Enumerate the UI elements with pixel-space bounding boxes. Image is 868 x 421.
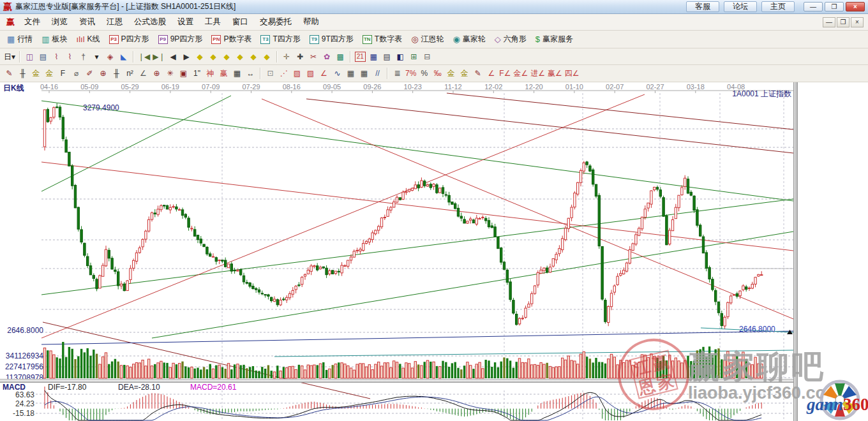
- toolbar-button-p-number-table[interactable]: PNP数字表: [207, 33, 256, 46]
- draw-trend-angle-icon[interactable]: ∠: [317, 67, 331, 80]
- menu-item-4[interactable]: 公式选股: [128, 14, 172, 30]
- right-splitter[interactable]: [793, 82, 798, 421]
- draw-measure-icon[interactable]: ↔: [244, 67, 257, 80]
- menu-item-8[interactable]: 交易委托: [254, 14, 297, 30]
- toolbar-button-quotes[interactable]: ▦行情: [3, 33, 37, 46]
- draw-cycle-icon[interactable]: ⌀: [70, 67, 83, 80]
- tool-notes-icon[interactable]: ▤: [380, 50, 394, 63]
- draw-ying-tool-icon[interactable]: 赢: [217, 67, 230, 80]
- customer-service-button[interactable]: 客服: [686, 1, 719, 12]
- doc-restore-button[interactable]: ❐: [837, 17, 849, 27]
- tool-drag-hand-icon[interactable]: ✛: [280, 50, 294, 63]
- draw-gold-section-2-icon[interactable]: 金: [43, 67, 56, 80]
- tool-puzzle-icon[interactable]: ▩: [334, 50, 347, 63]
- draw-pencil-icon[interactable]: ✎: [3, 67, 16, 80]
- draw-permille-icon[interactable]: ‰: [431, 67, 444, 80]
- tool-prev-icon[interactable]: ◀: [167, 50, 180, 63]
- draw-time-grid-icon[interactable]: ▦: [357, 67, 371, 80]
- draw-f-angle-icon[interactable]: F∠: [498, 67, 512, 80]
- toolbar-button-p-square[interactable]: P3P四方形: [105, 33, 154, 46]
- tool-diamond-expand-icon[interactable]: ◆: [220, 50, 234, 63]
- tool-last-page-icon[interactable]: ▶❘: [151, 50, 166, 63]
- menu-item-1[interactable]: 浏览: [46, 14, 73, 30]
- toolbar-button-sectors[interactable]: ▥板块: [37, 33, 71, 46]
- draw-percent-7-icon[interactable]: 7%: [404, 67, 417, 80]
- menu-item-2[interactable]: 资讯: [73, 14, 101, 30]
- toolbar-button-9t-square[interactable]: T99T四方形: [305, 33, 358, 46]
- tool-color-flag-icon[interactable]: ◣: [117, 50, 130, 63]
- menu-item-0[interactable]: 文件: [19, 14, 46, 30]
- home-button[interactable]: 主页: [761, 1, 795, 12]
- tool-export-icon[interactable]: ⊞: [407, 50, 421, 63]
- draw-gold-angle-icon[interactable]: 金∠: [512, 67, 529, 80]
- toolbar-button-kline[interactable]: ılılK线: [72, 33, 105, 46]
- menu-item-5[interactable]: 设置: [172, 14, 199, 30]
- tool-calendar-icon[interactable]: 21: [355, 52, 366, 62]
- menu-item-3[interactable]: 江恩: [101, 14, 128, 30]
- forum-button[interactable]: 论坛: [724, 1, 757, 12]
- restore-button[interactable]: ❐: [825, 2, 844, 11]
- draw-percent-icon[interactable]: %: [417, 67, 431, 80]
- draw-shen-tool-icon[interactable]: 神: [204, 67, 217, 80]
- draw-fibonacci-icon[interactable]: F: [56, 67, 70, 80]
- toolbar-button-winner-wheel[interactable]: ◉赢家轮: [449, 33, 490, 46]
- minimize-button[interactable]: —: [804, 2, 823, 11]
- draw-angle-icon[interactable]: ∠: [137, 67, 150, 80]
- doc-minimize-button[interactable]: —: [823, 17, 835, 27]
- draw-j-angle-icon[interactable]: ∠: [484, 67, 498, 80]
- doc-close-button[interactable]: ×: [851, 17, 864, 27]
- menu-item-6[interactable]: 工具: [199, 14, 227, 30]
- draw-mark-pen-icon[interactable]: ✎: [471, 67, 484, 80]
- draw-si-angle-icon[interactable]: 四∠: [564, 67, 581, 80]
- draw-levels-icon[interactable]: ≣: [391, 67, 404, 80]
- draw-square-web-icon[interactable]: ▣: [177, 67, 190, 80]
- tool-diamond-right-icon[interactable]: ◆: [207, 50, 220, 63]
- draw-gold-line-icon[interactable]: 金: [458, 67, 471, 80]
- draw-gann-line-icon[interactable]: ╫: [16, 67, 29, 80]
- menu-item-7[interactable]: 窗口: [227, 14, 254, 30]
- tool-candle-style-icon[interactable]: †: [77, 50, 90, 63]
- toolbar-button-gann-wheel[interactable]: ◎江恩轮: [407, 33, 448, 46]
- draw-wheel-small-icon[interactable]: ⊕: [150, 67, 163, 80]
- draw-box-select-icon[interactable]: ⊡: [264, 67, 277, 80]
- draw-gold-circle-icon[interactable]: 金: [444, 67, 458, 80]
- tool-import-icon[interactable]: ⊟: [421, 50, 434, 63]
- tool-kline-period-icon[interactable]: 日▾: [3, 50, 17, 63]
- tool-next-icon[interactable]: ▶: [180, 50, 193, 63]
- draw-one-unit-icon[interactable]: 1": [190, 67, 204, 80]
- tool-diamond-shrink-icon[interactable]: ◆: [234, 50, 247, 63]
- draw-wave-icon[interactable]: ∿: [331, 67, 344, 80]
- draw-grid-lines-icon[interactable]: ╫: [110, 67, 123, 80]
- main-chart-canvas[interactable]: [0, 82, 868, 421]
- tool-cut-icon[interactable]: ✂: [307, 50, 320, 63]
- draw-gold-section-1-icon[interactable]: 金: [29, 67, 43, 80]
- toolbar-button-9p-square[interactable]: P99P四方形: [154, 33, 207, 46]
- draw-price-grid-icon[interactable]: ▦: [344, 67, 357, 80]
- tool-save-icon[interactable]: ◧: [394, 50, 407, 63]
- draw-fan-grid-icon[interactable]: ▨: [290, 67, 304, 80]
- tool-diamond-vexpand-icon[interactable]: ◆: [247, 50, 260, 63]
- toolbar-button-hexagon[interactable]: ◇六角形: [490, 33, 531, 46]
- tool-diamond-vshrink-icon[interactable]: ◆: [260, 50, 274, 63]
- tool-report-icon[interactable]: ▤: [36, 50, 50, 63]
- draw-gann-circle-icon[interactable]: ⊕: [96, 67, 110, 80]
- draw-star-web-icon[interactable]: ✳: [163, 67, 177, 80]
- tool-bars-3-icon[interactable]: ⌇: [50, 50, 63, 63]
- draw-brush-icon[interactable]: ✐: [83, 67, 96, 80]
- tool-diamond-left-icon[interactable]: ◆: [193, 50, 207, 63]
- toolbar-button-t-square[interactable]: T3T四方形: [256, 33, 304, 46]
- draw-parallel-lines-icon[interactable]: //: [371, 67, 384, 80]
- tool-bars-9-icon[interactable]: ⌇: [63, 50, 77, 63]
- tool-pattern-icon[interactable]: ◫: [23, 50, 36, 63]
- tool-gann-flag-icon[interactable]: ◈: [103, 50, 117, 63]
- tool-first-page-icon[interactable]: ❘◀: [137, 50, 151, 63]
- draw-jin-angle-icon[interactable]: 进∠: [529, 67, 546, 80]
- draw-ruler-grid-icon[interactable]: ▦: [230, 67, 244, 80]
- draw-square-of-nine-icon[interactable]: n²: [123, 67, 137, 80]
- draw-ying-angle-icon[interactable]: 赢∠: [546, 67, 564, 80]
- draw-fan-grid-2-icon[interactable]: ▧: [304, 67, 317, 80]
- menu-item-9[interactable]: 帮助: [297, 14, 325, 30]
- close-button[interactable]: ×: [846, 2, 865, 11]
- toolbar-button-winner-service[interactable]: $赢家服务: [531, 33, 578, 46]
- tool-calculator-icon[interactable]: ▦: [367, 50, 380, 63]
